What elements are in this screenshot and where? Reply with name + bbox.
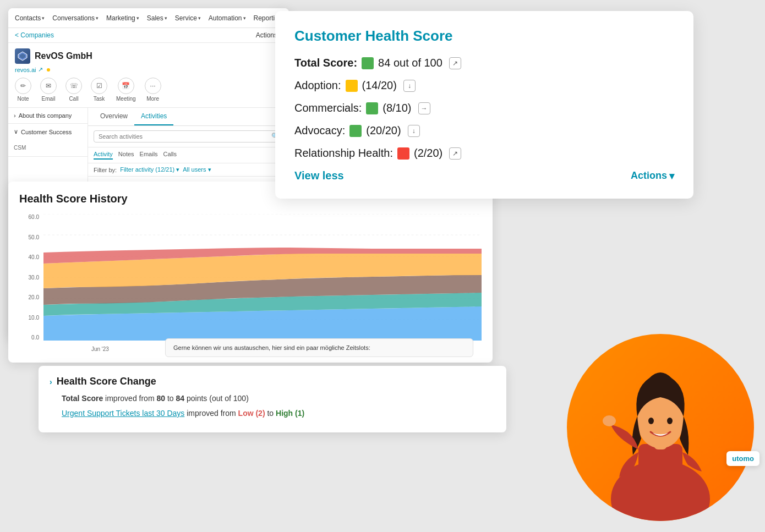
nav-automation[interactable]: Automation ▾	[209, 14, 246, 22]
action-note[interactable]: ✏ Note	[15, 78, 31, 102]
hs-relationship-row: Relationship Health: (2/20) ↗	[294, 147, 674, 160]
action-meeting[interactable]: 📅 Meeting	[116, 78, 136, 102]
call-icon: ☏	[65, 78, 82, 94]
relationship-icon[interactable]: ↗	[449, 147, 461, 160]
filter-activity-btn[interactable]: Filter activity (12/21) ▾	[120, 166, 179, 173]
hs-total-row: Total Score: 84 out of 100 ↗	[294, 57, 674, 69]
action-task[interactable]: ☑ Task	[91, 78, 107, 102]
change-line-2: Urgent Support Tickets last 30 Days impr…	[62, 408, 495, 419]
activity-tabs: Overview Activities	[88, 108, 289, 126]
svg-rect-10	[638, 444, 682, 504]
scene: Contacts ▾ Conversations ▾ Marketing ▾ S…	[0, 0, 765, 532]
total-score-color-box	[362, 57, 374, 69]
chart-svg	[43, 214, 482, 341]
hs-actions-button[interactable]: Actions ▾	[631, 170, 674, 182]
email-snippet: Gerne können wir uns austauschen, hier s…	[165, 338, 473, 357]
view-less-button[interactable]: View less	[294, 169, 344, 182]
adoption-icon[interactable]: ↓	[403, 80, 416, 92]
history-panel: Health Score History 60.0 50.0 40.0 30.0…	[8, 182, 493, 363]
person-svg	[578, 345, 743, 521]
activity-search-input[interactable]	[94, 130, 283, 142]
hs-footer: View less Actions ▾	[294, 169, 674, 182]
health-score-card: Customer Health Score Total Score: 84 ou…	[275, 11, 693, 199]
nav-conversations[interactable]: Conversations ▾	[52, 14, 99, 22]
svg-point-13	[648, 418, 654, 424]
change-panel-title: Health Score Change	[57, 376, 156, 387]
urgent-tickets-link[interactable]: Urgent Support Tickets last 30 Days	[62, 409, 184, 418]
filter-tab-emails[interactable]: Emails	[140, 151, 158, 160]
commercials-color-box	[366, 102, 378, 114]
advocacy-icon[interactable]: ↓	[408, 125, 420, 137]
commercials-icon[interactable]: →	[418, 102, 430, 114]
action-call[interactable]: ☏ Call	[65, 78, 82, 102]
nav-sales[interactable]: Sales ▾	[147, 14, 167, 22]
nav-service[interactable]: Service ▾	[175, 14, 201, 22]
filter-tab-notes[interactable]: Notes	[118, 151, 134, 160]
chevron-down-icon: ▾	[669, 170, 674, 182]
person-circle	[567, 334, 754, 521]
total-external-icon[interactable]: ↗	[449, 57, 461, 69]
adoption-color-box	[346, 80, 358, 92]
chart-area	[43, 214, 482, 341]
task-icon: ☑	[91, 78, 107, 94]
csm-field: CSM	[8, 140, 88, 156]
tab-activities[interactable]: Activities	[134, 108, 173, 125]
advocacy-color-box	[349, 125, 362, 137]
change-line-1: Total Score improved from 80 to 84 point…	[62, 393, 495, 404]
change-panel-header: › Health Score Change	[50, 376, 495, 387]
hs-adoption-row: Adoption: (14/20) ↓	[294, 79, 674, 92]
note-icon: ✏	[15, 78, 31, 94]
sidebar-section-about: › About this company	[8, 108, 88, 124]
nav-marketing[interactable]: Marketing ▾	[106, 14, 139, 22]
activity-search-container: 🔍	[88, 126, 289, 147]
company-name: RevOS GmbH	[35, 51, 92, 61]
svg-point-14	[667, 418, 673, 424]
action-email[interactable]: ✉ Email	[40, 78, 57, 102]
breadcrumb: < Companies Actions ▾	[8, 28, 289, 43]
customer-success-header[interactable]: ∨ Customer Success	[8, 124, 88, 140]
back-to-companies[interactable]: < Companies	[15, 31, 54, 39]
company-actions-row: ✏ Note ✉ Email ☏ Call ☑ Task 📅 Meetin	[15, 78, 282, 102]
more-icon: ···	[145, 78, 161, 94]
relationship-color-box	[397, 147, 409, 160]
svg-point-15	[603, 415, 616, 426]
company-header: RevOS GmbH revos.ai ↗ ✏ Note ✉ Email ☏ C…	[8, 43, 289, 108]
change-panel-body: Total Score improved from 80 to 84 point…	[50, 393, 495, 419]
activity-filter-bar: Filter by: Filter activity (12/21) ▾ All…	[88, 163, 289, 177]
nav-contacts[interactable]: Contacts ▾	[15, 14, 45, 22]
sidebar-section-customer-success: ∨ Customer Success CSM	[8, 124, 88, 157]
change-panel: › Health Score Change Total Score improv…	[39, 366, 506, 432]
tab-overview[interactable]: Overview	[94, 108, 134, 125]
meeting-icon: 📅	[118, 78, 134, 94]
expand-chevron-icon[interactable]: ›	[50, 377, 52, 386]
chart-container: 60.0 50.0 40.0 30.0 20.0 10.0 0.0	[19, 214, 482, 357]
company-url[interactable]: revos.ai ↗	[15, 66, 282, 73]
automation-badge: utomo	[726, 451, 759, 466]
hs-advocacy-row: Advocacy: (20/20) ↓	[294, 124, 674, 137]
action-more[interactable]: ··· More	[145, 78, 161, 102]
status-dot	[47, 68, 50, 72]
filter-tab-activity[interactable]: Activity	[94, 151, 113, 160]
about-company-header[interactable]: › About this company	[8, 108, 88, 123]
hs-commercials-row: Commercials: (8/10) →	[294, 102, 674, 114]
email-icon: ✉	[40, 78, 57, 94]
company-logo	[15, 48, 30, 64]
filter-tab-calls[interactable]: Calls	[163, 151, 177, 160]
health-score-title: Customer Health Score	[294, 28, 674, 45]
filter-tabs: Activity Notes Emails Calls	[88, 147, 289, 163]
chart-y-labels: 60.0 50.0 40.0 30.0 20.0 10.0 0.0	[19, 214, 41, 341]
filter-users-btn[interactable]: All users ▾	[183, 166, 211, 173]
crm-nav: Contacts ▾ Conversations ▾ Marketing ▾ S…	[8, 8, 289, 28]
